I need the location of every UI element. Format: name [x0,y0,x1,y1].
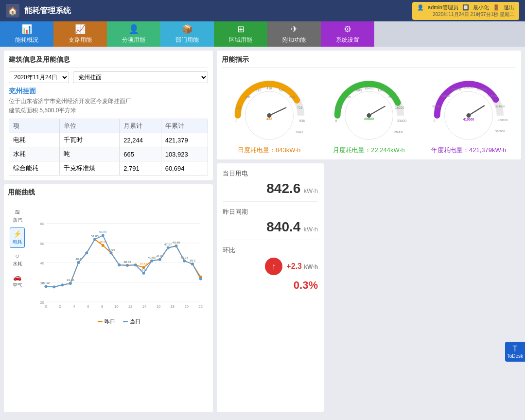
steam-btn[interactable]: ≋ 蒸汽 [10,206,25,226]
svg-text:48.76: 48.76 [99,240,107,244]
svg-text:41.62: 41.62 [156,254,164,258]
gauge-yearly: 0 52000 104000 156000 208000 260000 3120… [425,71,512,155]
svg-text:15600: 15600 [387,95,396,99]
curve-title: 用能曲线 [8,188,209,200]
svg-text:50: 50 [40,242,44,246]
cell-unit: 千克标准煤 [59,161,119,175]
svg-text:37.56: 37.56 [140,262,148,265]
gauge-title: 用能指示 [222,55,516,68]
svg-text:23400: 23400 [397,119,406,122]
svg-text:18: 18 [171,304,175,309]
user-icon: 👤 [417,4,424,11]
svg-text:7800: 7800 [354,88,362,92]
svg-text:728: 728 [297,106,303,109]
svg-text:364000: 364000 [495,105,505,108]
svg-point-51 [118,263,121,266]
header-left: 🏠 能耗管理系统 [6,4,71,18]
building-area: 建筑总面积 5,500.0平方米 [9,106,208,115]
cell-yearly: 103,923 [161,147,208,161]
todesk-button[interactable]: T ToDesk [505,342,525,362]
water-btn[interactable]: ○ 水耗 [10,250,25,269]
svg-text:432: 432 [266,117,272,121]
today-section: 当日用电 842.6 kW·h [223,169,318,202]
tab-energy-overview[interactable]: 📊 能耗概况 [0,21,53,47]
svg-text:52000: 52000 [433,105,441,108]
tab-label-item: 分项用能 [122,36,145,44]
legend-label-yesterday: 昨日 [105,318,115,325]
svg-text:8: 8 [101,304,103,309]
tab-label-branch: 支路用能 [69,36,92,44]
col-unit: 单位 [59,119,119,133]
tab-extra[interactable]: ✈ 附加功能 [267,21,321,47]
comparison-section: 环比 ↑ +2.3 kW·h 0.3% [223,246,318,297]
tab-label-zone: 区域用能 [229,36,252,44]
cell-item: 电耗 [9,133,60,147]
tab-branch-energy[interactable]: 📈 支路用能 [53,21,107,47]
svg-text:20800: 20800 [364,117,374,121]
tab-settings[interactable]: ⚙ 系统设置 [321,21,374,47]
chart-legend: 昨日 当日 [29,318,209,325]
change-unit: kW·h [304,263,318,270]
logout-icon[interactable]: 🚪 [493,4,500,11]
svg-text:44.94: 44.94 [107,248,115,251]
svg-text:38.63: 38.63 [123,260,131,263]
col-monthly: 月累计 [120,119,161,133]
cell-unit: 吨 [59,147,119,161]
svg-text:10400: 10400 [365,87,374,90]
svg-text:5200: 5200 [343,95,350,99]
svg-text:48.49: 48.49 [173,241,180,244]
username: admin管理员 [428,4,458,11]
building-location: 位于山东省济宁市兖州经济开发区今麦郎挂面厂 [9,97,208,105]
svg-text:6: 6 [87,304,89,309]
minimize-label[interactable]: 最小化 [473,4,489,11]
home-icon[interactable]: 🏠 [6,4,19,18]
svg-text:20: 20 [40,300,44,305]
svg-text:0: 0 [235,119,237,122]
table-row: 水耗 吨 665 103,923 [9,147,208,161]
energy-table: 项 单位 月累计 年累计 电耗 千瓦时 22,244 421,379 水耗 吨 … [9,119,208,175]
svg-point-48 [93,238,96,241]
svg-text:624: 624 [289,95,295,99]
minimize-icon[interactable]: 🔲 [462,4,469,11]
gas-btn[interactable]: 🚗 空气 [10,271,25,291]
svg-text:14: 14 [142,304,147,309]
gauges-row: 0 104 208 312 416 520 624 728 432 936 10… [222,71,516,155]
today-title: 当日用电 [223,169,318,178]
yesterday-section: 昨日同期 840.4 kW·h [223,208,318,240]
today-unit: kW·h [303,187,318,194]
svg-point-44 [61,283,64,286]
building-info-card: 建筑信息及用能信息 2020年11月24日 兖州挂面 兖州挂面 位于山东省济宁市… [4,51,213,180]
svg-text:208: 208 [245,95,250,99]
cell-unit: 千瓦时 [59,133,119,147]
svg-text:936: 936 [299,119,305,122]
electricity-btn[interactable]: ⚡ 电耗 [10,228,25,248]
tab-label-settings: 系统设置 [336,36,359,44]
tab-label-dept: 部门用能 [175,36,199,44]
cell-item: 水耗 [9,147,60,161]
building-select[interactable]: 兖州挂面 [73,71,208,83]
svg-point-61 [199,278,202,280]
svg-text:22: 22 [198,304,203,309]
svg-text:51.85: 51.85 [91,234,99,238]
svg-point-54 [142,272,145,275]
svg-text:312000: 312000 [488,95,497,98]
logout-label[interactable]: 退出 [504,4,514,11]
tab-zone-energy[interactable]: ⊞ 区域用能 [214,21,267,47]
date-select[interactable]: 2020年11月24日 [9,71,69,83]
svg-point-129 [467,113,471,118]
extra-icon: ✈ [291,24,298,35]
svg-text:53.86: 53.86 [99,230,107,233]
svg-point-42 [45,285,48,288]
water-icon: ○ [15,252,19,260]
tab-item-energy[interactable]: 👤 分项用能 [107,21,160,47]
svg-text:16: 16 [157,304,161,309]
svg-text:0: 0 [335,119,337,122]
svg-text:39.3: 39.3 [190,259,196,262]
header-user-row: 👤 admin管理员 🔲 最小化 🚪 退出 [417,4,514,11]
tab-dept-energy[interactable]: 📦 部门用能 [160,21,214,47]
header-right: 👤 admin管理员 🔲 最小化 🚪 退出 2020年11月24日 21时57分… [412,2,519,20]
legend-dot-yesterday [98,321,103,322]
gauge-svg-yearly: 0 52000 104000 156000 208000 260000 3120… [425,71,512,142]
yesterday-unit: kW·h [303,226,318,233]
gauge-label-daily: 日度耗电量：843kW·h [238,146,300,155]
